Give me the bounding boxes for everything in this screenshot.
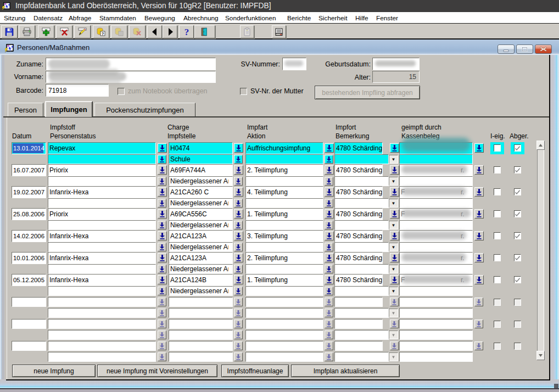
svg-text:?: ? xyxy=(184,27,189,37)
svg-text:?: ? xyxy=(102,31,104,36)
